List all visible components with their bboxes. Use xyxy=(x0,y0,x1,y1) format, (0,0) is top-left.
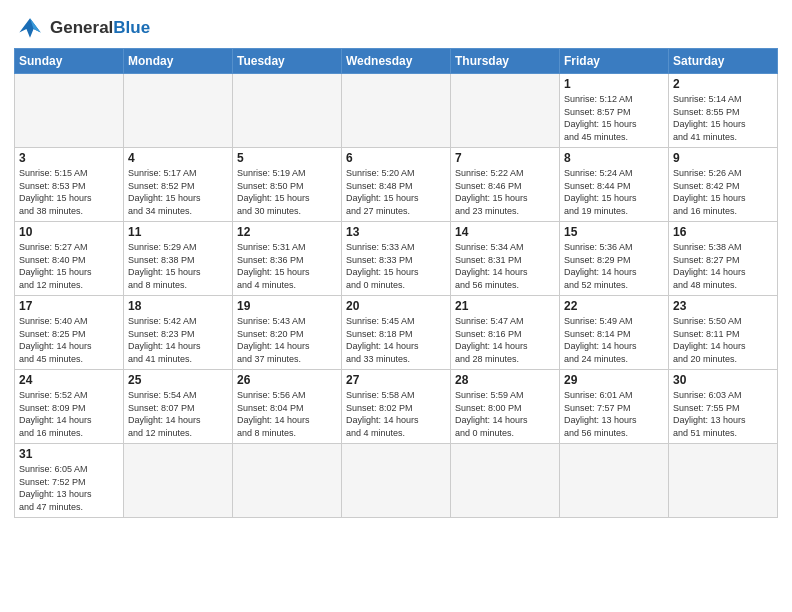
calendar-cell xyxy=(124,444,233,518)
day-number: 26 xyxy=(237,373,337,387)
calendar-cell: 24Sunrise: 5:52 AM Sunset: 8:09 PM Dayli… xyxy=(15,370,124,444)
calendar-cell xyxy=(233,444,342,518)
day-info: Sunrise: 5:20 AM Sunset: 8:48 PM Dayligh… xyxy=(346,167,446,217)
day-info: Sunrise: 5:24 AM Sunset: 8:44 PM Dayligh… xyxy=(564,167,664,217)
day-info: Sunrise: 5:56 AM Sunset: 8:04 PM Dayligh… xyxy=(237,389,337,439)
day-info: Sunrise: 5:29 AM Sunset: 8:38 PM Dayligh… xyxy=(128,241,228,291)
calendar-week-3: 10Sunrise: 5:27 AM Sunset: 8:40 PM Dayli… xyxy=(15,222,778,296)
day-info: Sunrise: 5:42 AM Sunset: 8:23 PM Dayligh… xyxy=(128,315,228,365)
weekday-header-saturday: Saturday xyxy=(669,49,778,74)
day-number: 24 xyxy=(19,373,119,387)
calendar-cell: 10Sunrise: 5:27 AM Sunset: 8:40 PM Dayli… xyxy=(15,222,124,296)
day-number: 6 xyxy=(346,151,446,165)
calendar-cell: 1Sunrise: 5:12 AM Sunset: 8:57 PM Daylig… xyxy=(560,74,669,148)
calendar-cell xyxy=(15,74,124,148)
day-info: Sunrise: 5:15 AM Sunset: 8:53 PM Dayligh… xyxy=(19,167,119,217)
day-info: Sunrise: 5:54 AM Sunset: 8:07 PM Dayligh… xyxy=(128,389,228,439)
calendar-cell: 6Sunrise: 5:20 AM Sunset: 8:48 PM Daylig… xyxy=(342,148,451,222)
calendar-cell: 30Sunrise: 6:03 AM Sunset: 7:55 PM Dayli… xyxy=(669,370,778,444)
day-info: Sunrise: 5:40 AM Sunset: 8:25 PM Dayligh… xyxy=(19,315,119,365)
calendar-cell xyxy=(342,444,451,518)
day-number: 10 xyxy=(19,225,119,239)
calendar-cell: 4Sunrise: 5:17 AM Sunset: 8:52 PM Daylig… xyxy=(124,148,233,222)
day-info: Sunrise: 5:33 AM Sunset: 8:33 PM Dayligh… xyxy=(346,241,446,291)
calendar-week-2: 3Sunrise: 5:15 AM Sunset: 8:53 PM Daylig… xyxy=(15,148,778,222)
calendar-cell xyxy=(233,74,342,148)
day-info: Sunrise: 5:14 AM Sunset: 8:55 PM Dayligh… xyxy=(673,93,773,143)
day-number: 22 xyxy=(564,299,664,313)
calendar-cell: 15Sunrise: 5:36 AM Sunset: 8:29 PM Dayli… xyxy=(560,222,669,296)
day-number: 12 xyxy=(237,225,337,239)
day-info: Sunrise: 5:45 AM Sunset: 8:18 PM Dayligh… xyxy=(346,315,446,365)
weekday-header-tuesday: Tuesday xyxy=(233,49,342,74)
calendar-cell: 19Sunrise: 5:43 AM Sunset: 8:20 PM Dayli… xyxy=(233,296,342,370)
weekday-header-sunday: Sunday xyxy=(15,49,124,74)
calendar-cell: 20Sunrise: 5:45 AM Sunset: 8:18 PM Dayli… xyxy=(342,296,451,370)
calendar-cell: 26Sunrise: 5:56 AM Sunset: 8:04 PM Dayli… xyxy=(233,370,342,444)
calendar-week-6: 31Sunrise: 6:05 AM Sunset: 7:52 PM Dayli… xyxy=(15,444,778,518)
day-info: Sunrise: 6:03 AM Sunset: 7:55 PM Dayligh… xyxy=(673,389,773,439)
day-info: Sunrise: 5:19 AM Sunset: 8:50 PM Dayligh… xyxy=(237,167,337,217)
day-info: Sunrise: 5:34 AM Sunset: 8:31 PM Dayligh… xyxy=(455,241,555,291)
calendar-cell: 25Sunrise: 5:54 AM Sunset: 8:07 PM Dayli… xyxy=(124,370,233,444)
day-number: 18 xyxy=(128,299,228,313)
day-number: 9 xyxy=(673,151,773,165)
calendar-cell: 7Sunrise: 5:22 AM Sunset: 8:46 PM Daylig… xyxy=(451,148,560,222)
day-number: 31 xyxy=(19,447,119,461)
day-info: Sunrise: 5:12 AM Sunset: 8:57 PM Dayligh… xyxy=(564,93,664,143)
weekday-header-monday: Monday xyxy=(124,49,233,74)
weekday-header-row: SundayMondayTuesdayWednesdayThursdayFrid… xyxy=(15,49,778,74)
calendar-cell: 13Sunrise: 5:33 AM Sunset: 8:33 PM Dayli… xyxy=(342,222,451,296)
calendar-cell: 3Sunrise: 5:15 AM Sunset: 8:53 PM Daylig… xyxy=(15,148,124,222)
day-info: Sunrise: 6:05 AM Sunset: 7:52 PM Dayligh… xyxy=(19,463,119,513)
day-number: 19 xyxy=(237,299,337,313)
calendar-cell: 12Sunrise: 5:31 AM Sunset: 8:36 PM Dayli… xyxy=(233,222,342,296)
calendar-cell xyxy=(560,444,669,518)
day-number: 28 xyxy=(455,373,555,387)
calendar-week-1: 1Sunrise: 5:12 AM Sunset: 8:57 PM Daylig… xyxy=(15,74,778,148)
day-number: 15 xyxy=(564,225,664,239)
day-info: Sunrise: 5:26 AM Sunset: 8:42 PM Dayligh… xyxy=(673,167,773,217)
day-info: Sunrise: 5:27 AM Sunset: 8:40 PM Dayligh… xyxy=(19,241,119,291)
day-info: Sunrise: 5:36 AM Sunset: 8:29 PM Dayligh… xyxy=(564,241,664,291)
day-number: 11 xyxy=(128,225,228,239)
day-info: Sunrise: 5:50 AM Sunset: 8:11 PM Dayligh… xyxy=(673,315,773,365)
weekday-header-thursday: Thursday xyxy=(451,49,560,74)
day-info: Sunrise: 5:59 AM Sunset: 8:00 PM Dayligh… xyxy=(455,389,555,439)
calendar-week-5: 24Sunrise: 5:52 AM Sunset: 8:09 PM Dayli… xyxy=(15,370,778,444)
calendar-cell: 23Sunrise: 5:50 AM Sunset: 8:11 PM Dayli… xyxy=(669,296,778,370)
calendar-cell: 29Sunrise: 6:01 AM Sunset: 7:57 PM Dayli… xyxy=(560,370,669,444)
calendar-cell: 16Sunrise: 5:38 AM Sunset: 8:27 PM Dayli… xyxy=(669,222,778,296)
header: GeneralBlue xyxy=(14,10,778,42)
day-number: 27 xyxy=(346,373,446,387)
day-number: 14 xyxy=(455,225,555,239)
day-info: Sunrise: 5:22 AM Sunset: 8:46 PM Dayligh… xyxy=(455,167,555,217)
calendar-cell: 22Sunrise: 5:49 AM Sunset: 8:14 PM Dayli… xyxy=(560,296,669,370)
day-number: 8 xyxy=(564,151,664,165)
calendar-cell: 14Sunrise: 5:34 AM Sunset: 8:31 PM Dayli… xyxy=(451,222,560,296)
day-info: Sunrise: 5:38 AM Sunset: 8:27 PM Dayligh… xyxy=(673,241,773,291)
calendar-cell: 8Sunrise: 5:24 AM Sunset: 8:44 PM Daylig… xyxy=(560,148,669,222)
calendar-cell xyxy=(669,444,778,518)
day-info: Sunrise: 5:58 AM Sunset: 8:02 PM Dayligh… xyxy=(346,389,446,439)
calendar-cell: 11Sunrise: 5:29 AM Sunset: 8:38 PM Dayli… xyxy=(124,222,233,296)
calendar-week-4: 17Sunrise: 5:40 AM Sunset: 8:25 PM Dayli… xyxy=(15,296,778,370)
day-info: Sunrise: 5:17 AM Sunset: 8:52 PM Dayligh… xyxy=(128,167,228,217)
calendar-cell: 5Sunrise: 5:19 AM Sunset: 8:50 PM Daylig… xyxy=(233,148,342,222)
calendar-cell: 31Sunrise: 6:05 AM Sunset: 7:52 PM Dayli… xyxy=(15,444,124,518)
calendar-cell xyxy=(451,444,560,518)
day-number: 1 xyxy=(564,77,664,91)
day-number: 7 xyxy=(455,151,555,165)
calendar-cell: 21Sunrise: 5:47 AM Sunset: 8:16 PM Dayli… xyxy=(451,296,560,370)
calendar-cell: 2Sunrise: 5:14 AM Sunset: 8:55 PM Daylig… xyxy=(669,74,778,148)
day-number: 5 xyxy=(237,151,337,165)
calendar-cell: 28Sunrise: 5:59 AM Sunset: 8:00 PM Dayli… xyxy=(451,370,560,444)
calendar-cell xyxy=(124,74,233,148)
calendar-cell: 17Sunrise: 5:40 AM Sunset: 8:25 PM Dayli… xyxy=(15,296,124,370)
day-info: Sunrise: 5:43 AM Sunset: 8:20 PM Dayligh… xyxy=(237,315,337,365)
day-number: 30 xyxy=(673,373,773,387)
day-info: Sunrise: 6:01 AM Sunset: 7:57 PM Dayligh… xyxy=(564,389,664,439)
day-info: Sunrise: 5:31 AM Sunset: 8:36 PM Dayligh… xyxy=(237,241,337,291)
day-number: 3 xyxy=(19,151,119,165)
calendar-cell: 9Sunrise: 5:26 AM Sunset: 8:42 PM Daylig… xyxy=(669,148,778,222)
